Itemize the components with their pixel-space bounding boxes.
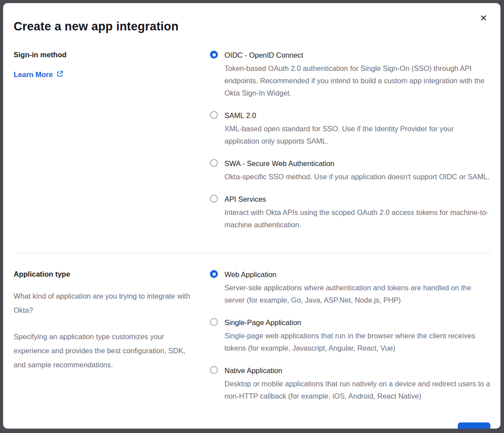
modal-title: Create a new app integration <box>14 20 490 33</box>
apptype-intro-2: Specifying an application type customize… <box>14 329 192 372</box>
option-spa-text: Single-Page Application Single-page web … <box>224 317 490 354</box>
create-app-integration-modal: ✕ Create a new app integration Sign-in m… <box>3 3 500 429</box>
learn-more-link[interactable]: Learn More <box>14 70 63 79</box>
apptype-options-group: Web Application Server-side applications… <box>210 269 490 402</box>
option-saml-label: SAML 2.0 <box>224 110 490 120</box>
option-native-app-label: Native Application <box>224 365 490 375</box>
option-api-services-description: Interact with Okta APIs using the scoped… <box>224 206 490 231</box>
radio-spa[interactable] <box>210 318 218 326</box>
option-oidc-label: OIDC - OpenID Connect <box>224 50 490 60</box>
option-saml-text: SAML 2.0 XML-based open standard for SSO… <box>224 110 490 147</box>
option-oidc[interactable]: OIDC - OpenID Connect Token-based OAuth … <box>210 50 490 99</box>
radio-web-app[interactable] <box>210 270 218 278</box>
option-api-services[interactable]: API Services Interact with Okta APIs usi… <box>210 194 490 231</box>
option-web-app[interactable]: Web Application Server-side applications… <box>210 269 490 306</box>
option-native-app[interactable]: Native Application Desktop or mobile app… <box>210 365 490 402</box>
external-link-icon <box>57 70 63 79</box>
option-swa-text: SWA - Secure Web Authentication Okta-spe… <box>224 158 489 183</box>
radio-api-services[interactable] <box>210 195 218 203</box>
option-swa[interactable]: SWA - Secure Web Authentication Okta-spe… <box>210 158 490 183</box>
option-web-app-label: Web Application <box>224 269 490 279</box>
option-api-services-text: API Services Interact with Okta APIs usi… <box>224 194 490 231</box>
option-saml-description: XML-based open standard for SSO. Use if … <box>224 122 490 147</box>
option-native-app-text: Native Application Desktop or mobile app… <box>224 365 490 402</box>
learn-more-label: Learn More <box>14 70 53 79</box>
radio-oidc[interactable] <box>210 51 218 59</box>
close-icon[interactable]: ✕ <box>479 13 488 23</box>
option-api-services-label: API Services <box>224 194 490 204</box>
signin-method-section: Sign-in method Learn More OIDC - OpenID … <box>14 50 490 231</box>
option-swa-label: SWA - Secure Web Authentication <box>224 158 489 168</box>
option-web-app-text: Web Application Server-side applications… <box>224 269 490 306</box>
modal-footer: Cancel Next <box>14 422 490 429</box>
option-native-app-description: Desktop or mobile applications that run … <box>224 377 490 402</box>
apptype-left-column: Application type What kind of applicatio… <box>14 269 210 402</box>
signin-left-column: Sign-in method Learn More <box>14 50 210 231</box>
application-type-heading: Application type <box>14 270 192 278</box>
cancel-button[interactable]: Cancel <box>415 427 444 429</box>
option-swa-description: Okta-specific SSO method. Use if your ap… <box>224 170 489 183</box>
option-oidc-description: Token-based OAuth 2.0 authentication for… <box>224 62 490 99</box>
option-web-app-description: Server-side applications where authentic… <box>224 281 490 306</box>
signin-options-group: OIDC - OpenID Connect Token-based OAuth … <box>210 50 490 231</box>
option-spa[interactable]: Single-Page Application Single-page web … <box>210 317 490 354</box>
application-type-section: Application type What kind of applicatio… <box>14 269 490 402</box>
option-oidc-text: OIDC - OpenID Connect Token-based OAuth … <box>224 50 490 99</box>
next-button[interactable]: Next <box>458 422 490 429</box>
radio-swa[interactable] <box>210 159 218 167</box>
apptype-intro-1: What kind of application are you trying … <box>14 289 192 317</box>
radio-saml[interactable] <box>210 111 218 119</box>
option-spa-label: Single-Page Application <box>224 317 490 327</box>
option-spa-description: Single-page web applications that run in… <box>224 329 490 354</box>
section-divider <box>16 253 490 253</box>
radio-native-app[interactable] <box>210 366 218 374</box>
option-saml[interactable]: SAML 2.0 XML-based open standard for SSO… <box>210 110 490 147</box>
signin-method-heading: Sign-in method <box>14 51 192 59</box>
